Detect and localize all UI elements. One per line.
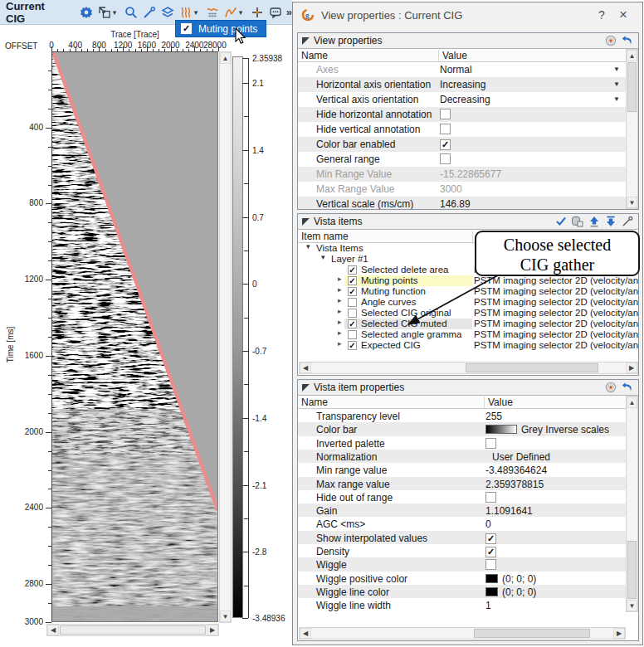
gear-icon[interactable] bbox=[79, 5, 94, 20]
scroll-up-button[interactable]: ▲ bbox=[220, 52, 231, 64]
tree-row[interactable]: ▸Selected angle grammaPSTM imaging selec… bbox=[298, 329, 638, 340]
pick-icon[interactable] bbox=[620, 215, 634, 228]
dropdown-caret-icon[interactable]: ▼ bbox=[613, 66, 620, 73]
tree-row[interactable]: ▸Angle curvesPSTM imaging selector 2D (v… bbox=[298, 297, 638, 308]
expander-closed-icon[interactable]: ▸ bbox=[338, 339, 342, 348]
color-swatch[interactable] bbox=[485, 574, 498, 583]
property-value[interactable] bbox=[440, 153, 451, 167]
view-properties-header[interactable]: View properties bbox=[298, 33, 638, 49]
property-value[interactable]: 146.89 bbox=[440, 198, 471, 209]
property-value[interactable]: ✓ bbox=[485, 533, 496, 544]
seismic-image[interactable] bbox=[51, 51, 218, 622]
item-checkbox[interactable]: ✓ bbox=[348, 319, 357, 328]
zoom-icon[interactable] bbox=[124, 5, 139, 20]
item-checkbox[interactable] bbox=[348, 309, 357, 318]
property-value[interactable]: Grey Inverse scales bbox=[485, 424, 609, 435]
section-vertical-scrollbar[interactable]: ▲ ▼ bbox=[626, 49, 638, 209]
value-checkbox[interactable] bbox=[485, 492, 496, 503]
vista-item-properties-header[interactable]: Vista item properties bbox=[298, 380, 638, 396]
colorbar-swatch[interactable] bbox=[485, 425, 517, 434]
property-value[interactable]: -3.489364624 bbox=[485, 465, 547, 476]
expander-closed-icon[interactable]: ▸ bbox=[338, 328, 342, 337]
scroll-thumb[interactable] bbox=[627, 541, 637, 599]
muting-points-menu-item[interactable]: ✓ Muting points bbox=[175, 20, 266, 37]
property-value[interactable]: ✓ bbox=[485, 546, 496, 557]
scroll-down-button[interactable]: ▼ bbox=[627, 600, 637, 611]
help-button[interactable]: ? bbox=[591, 8, 612, 22]
caret-icon[interactable]: ▾ bbox=[194, 8, 202, 17]
item-checkbox[interactable]: ✓ bbox=[348, 341, 357, 350]
mute-waves-icon[interactable] bbox=[178, 5, 193, 20]
layers-icon[interactable] bbox=[160, 5, 175, 20]
caret-icon[interactable]: ▾ bbox=[113, 8, 121, 17]
tree-row[interactable]: ▸✓Muting pointsPSTM imaging selector 2D … bbox=[298, 275, 638, 286]
close-button[interactable]: × bbox=[612, 7, 634, 23]
value-checkbox[interactable] bbox=[440, 109, 451, 119]
value-checkbox[interactable] bbox=[440, 124, 451, 134]
scroll-right-button[interactable]: ▶ bbox=[626, 362, 637, 373]
item-checkbox[interactable] bbox=[348, 298, 357, 307]
scroll-left-button[interactable]: ◀ bbox=[300, 362, 311, 373]
property-value[interactable]: Decreasing bbox=[440, 94, 490, 105]
scroll-right-button[interactable]: ▶ bbox=[613, 628, 625, 639]
dropdown-caret-icon[interactable]: ▼ bbox=[613, 80, 620, 88]
property-value[interactable]: 3000 bbox=[440, 183, 462, 195]
move-down-icon[interactable] bbox=[603, 215, 617, 228]
property-value[interactable]: ✓ bbox=[440, 139, 451, 150]
move-up-icon[interactable] bbox=[587, 215, 601, 228]
property-value[interactable]: User Defined bbox=[492, 451, 550, 463]
undo-icon[interactable] bbox=[620, 34, 634, 47]
wave-grid-icon[interactable] bbox=[205, 5, 220, 20]
section-horizontal-scrollbar[interactable]: ◀ ▶ bbox=[299, 627, 626, 640]
expander-open-icon[interactable]: ▾ bbox=[321, 253, 325, 261]
comment-icon[interactable] bbox=[268, 5, 283, 20]
expander-closed-icon[interactable]: ▸ bbox=[338, 296, 342, 304]
value-checkbox[interactable] bbox=[485, 559, 496, 570]
scroll-down-button[interactable]: ▼ bbox=[627, 197, 637, 208]
item-checkbox[interactable]: ✓ bbox=[348, 265, 357, 275]
item-checkbox[interactable]: ✓ bbox=[348, 276, 357, 285]
value-checkbox[interactable]: ✓ bbox=[440, 139, 451, 150]
dropdown-caret-icon[interactable]: ▼ bbox=[613, 95, 620, 103]
property-value[interactable]: (0; 0; 0) bbox=[485, 586, 536, 598]
value-checkbox[interactable] bbox=[440, 153, 451, 164]
scroll-thumb[interactable] bbox=[474, 629, 590, 638]
property-value[interactable]: 1.1091641 bbox=[485, 505, 533, 517]
tree-horizontal-scrollbar[interactable]: ◀ ▶ bbox=[299, 362, 638, 374]
overflow-icon[interactable]: » bbox=[286, 6, 292, 18]
property-value[interactable]: 1 bbox=[485, 600, 491, 611]
muting-points-checkbox[interactable]: ✓ bbox=[181, 23, 192, 34]
target-icon[interactable] bbox=[603, 381, 617, 394]
property-value[interactable]: 0 bbox=[485, 518, 491, 530]
scroll-thumb[interactable] bbox=[627, 62, 637, 112]
caret-icon[interactable]: ▾ bbox=[239, 8, 247, 17]
value-checkbox[interactable] bbox=[485, 438, 496, 449]
property-value[interactable] bbox=[440, 124, 451, 137]
tree-row[interactable]: ▸Selected CIG originalPSTM imaging selec… bbox=[298, 308, 638, 319]
plot-horizontal-scrollbar[interactable]: ◀ ▶ bbox=[46, 624, 219, 636]
plot-vertical-scrollbar[interactable]: ▲ ▼ bbox=[219, 51, 232, 623]
crosshair-icon[interactable] bbox=[250, 5, 265, 20]
item-checkbox[interactable]: ✓ bbox=[348, 287, 357, 296]
expander-open-icon[interactable]: ▾ bbox=[306, 243, 310, 251]
vista-items-header[interactable]: Vista items bbox=[298, 214, 638, 230]
scroll-up-button[interactable]: ▲ bbox=[627, 396, 637, 408]
expander-closed-icon[interactable]: ▸ bbox=[338, 318, 342, 326]
scroll-thumb[interactable] bbox=[466, 363, 598, 372]
expander-closed-icon[interactable]: ▸ bbox=[338, 307, 342, 315]
property-value[interactable] bbox=[440, 109, 451, 122]
value-checkbox[interactable]: ✓ bbox=[485, 547, 496, 557]
property-value[interactable]: (0; 0; 0) bbox=[485, 573, 536, 585]
property-value[interactable]: Normal bbox=[440, 64, 472, 75]
tree-row[interactable]: ▸✓Muting functionPSTM imaging selector 2… bbox=[298, 286, 638, 297]
scroll-left-button[interactable]: ◀ bbox=[47, 625, 59, 635]
expander-closed-icon[interactable]: ▸ bbox=[338, 285, 342, 294]
check-icon[interactable] bbox=[554, 215, 568, 228]
property-value[interactable]: 2.359378815 bbox=[485, 479, 544, 490]
scroll-left-button[interactable]: ◀ bbox=[300, 628, 311, 639]
undo-icon[interactable] bbox=[620, 381, 634, 394]
property-value[interactable]: -15.22865677 bbox=[440, 168, 501, 180]
tree-row[interactable]: ▸✓Selected CIG mutedPSTM imaging selecto… bbox=[298, 319, 638, 329]
item-checkbox[interactable] bbox=[348, 330, 357, 339]
scroll-up-button[interactable]: ▲ bbox=[627, 50, 637, 61]
